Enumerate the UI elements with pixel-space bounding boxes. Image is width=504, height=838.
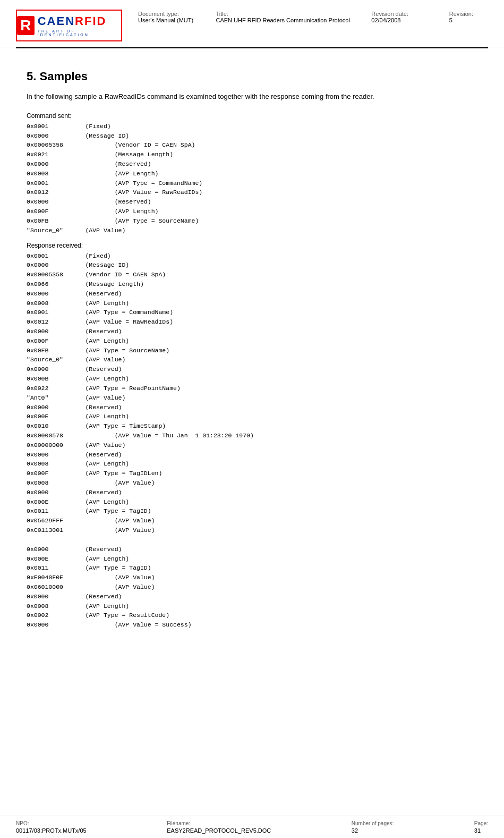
title-cell: Title: CAEN UHF RFID Readers Communicati… [216,10,371,24]
doc-type-cell: Document type: User's Manual (MUT) [138,10,216,24]
page: R CAEN RFID THE ART OF IDENTIFICATION Do… [0,0,504,838]
response-label: Response received: [27,242,477,249]
footer-filename-label: Filename: [167,820,271,826]
title-label: Title: [216,11,371,17]
footer-page: Page: 31 [474,820,488,834]
revision-value: 5 [449,17,488,23]
logo-caen: CAEN [38,14,75,28]
doc-info-row-1: Document type: User's Manual (MUT) Title… [138,10,488,24]
footer-page-label: Page: [474,820,488,826]
section-name: Samples [39,70,88,83]
section-intro: In the following sample a RawReadIDs com… [27,91,477,103]
footer-num-pages: Number of pages: 32 [352,820,394,834]
revision-cell: Revision: 5 [449,10,488,24]
logo-text: CAEN RFID THE ART OF IDENTIFICATION [38,14,121,37]
footer-num-pages-label: Number of pages: [352,820,394,826]
logo-area: R CAEN RFID THE ART OF IDENTIFICATION [16,10,122,41]
footer-npo: NPO: 00117/03:PROTx.MUTx/05 [16,820,87,834]
logo-subtitle: THE ART OF IDENTIFICATION [38,29,121,37]
footer-filename: Filename: EASY2READ_PROTOCOL_REV5.DOC [167,820,271,834]
command-code: 0x8001 (Fixed) 0x0000 (Message ID) 0x000… [27,122,477,235]
section-number: 5. [27,70,36,83]
footer-page-value: 31 [474,827,488,834]
doc-info: Document type: User's Manual (MUT) Title… [138,10,488,24]
logo-rfid: RFID [75,14,106,28]
logo-box: R CAEN RFID THE ART OF IDENTIFICATION [16,10,122,41]
main-content: 5. Samples In the following sample a Raw… [0,48,504,657]
footer-npo-value: 00117/03:PROTx.MUTx/05 [16,827,87,834]
revision-date-cell: Revision date: 02/04/2008 [371,10,449,24]
title-value: CAEN UHF RFID Readers Communication Prot… [216,17,371,23]
revision-label: Revision: [449,11,488,17]
logo-r-icon: R [17,16,35,35]
revision-date-label: Revision date: [371,11,449,17]
header: R CAEN RFID THE ART OF IDENTIFICATION Do… [0,0,504,47]
footer-filename-value: EASY2READ_PROTOCOL_REV5.DOC [167,827,271,834]
footer-npo-label: NPO: [16,820,87,826]
doc-type-label: Document type: [138,11,216,17]
section-title: 5. Samples [27,70,477,83]
response-code: 0x0001 (Fixed) 0x0000 (Message ID) 0x000… [27,251,477,630]
command-label: Command sent: [27,112,477,120]
revision-date-value: 02/04/2008 [371,17,449,23]
footer: NPO: 00117/03:PROTx.MUTx/05 Filename: EA… [0,816,504,838]
footer-num-pages-value: 32 [352,827,394,834]
doc-type-value: User's Manual (MUT) [138,17,216,23]
